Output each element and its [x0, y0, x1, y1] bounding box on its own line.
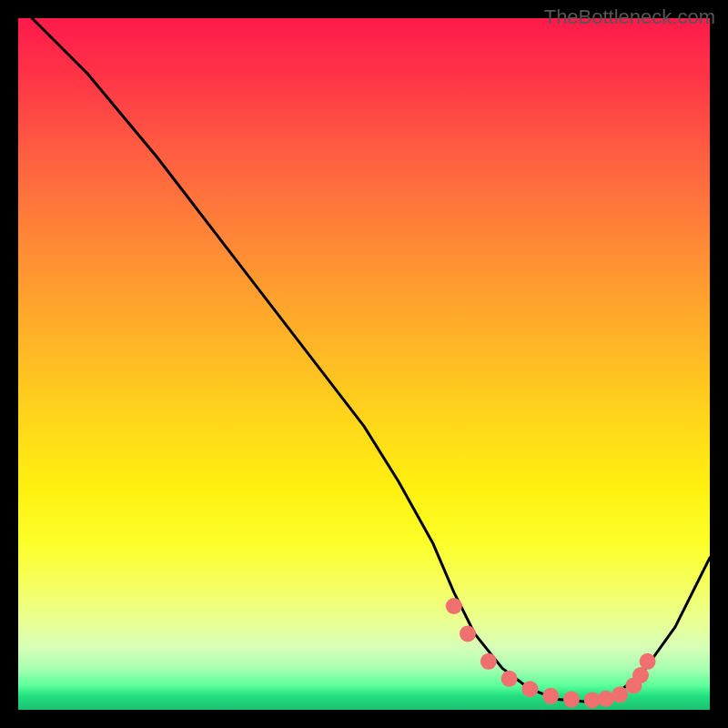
- highlight-dot: [446, 598, 462, 614]
- highlight-dot: [598, 691, 614, 707]
- highlight-dot: [501, 671, 518, 687]
- highlight-dot: [460, 625, 476, 642]
- highlight-dot: [612, 686, 628, 703]
- highlight-dot: [584, 692, 601, 708]
- highlight-dot: [521, 681, 538, 697]
- chart-plot-area: [18, 18, 710, 710]
- highlight-markers: [446, 598, 656, 708]
- highlight-dot: [563, 692, 580, 708]
- watermark-text: TheBottleneck.com: [544, 5, 715, 29]
- highlight-dot: [480, 653, 497, 670]
- bottleneck-curve-line: [32, 18, 710, 702]
- bottleneck-chart: [18, 18, 710, 710]
- highlight-dot: [542, 688, 559, 704]
- highlight-dot: [640, 653, 656, 670]
